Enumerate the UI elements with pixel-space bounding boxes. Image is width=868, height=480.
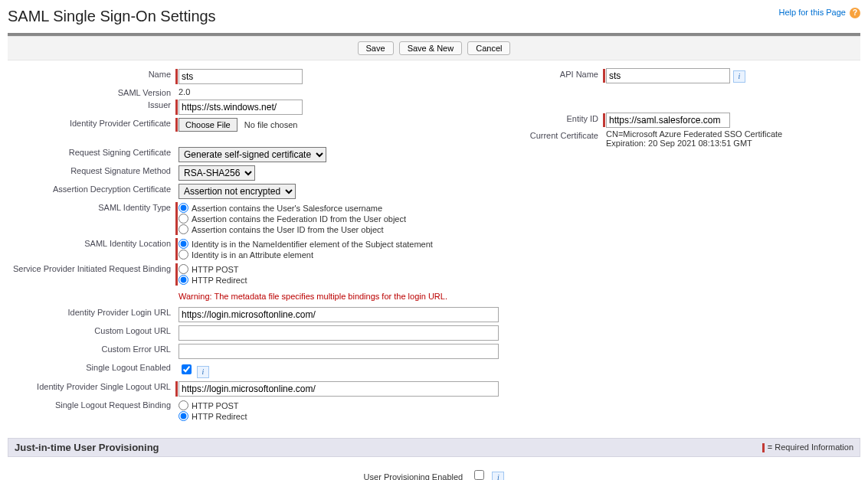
req-sign-cert-select[interactable]: Generate self-signed certificate	[179, 147, 326, 162]
id-loc-nameid-text: Identity is in the NameIdentifier elemen…	[192, 240, 433, 249]
custom-error-url-label: Custom Error URL	[8, 343, 175, 354]
file-chosen-text: No file chosen	[244, 120, 298, 129]
slo-bind-post-text: HTTP POST	[192, 401, 239, 410]
save-new-button[interactable]: Save & New	[399, 41, 463, 55]
custom-logout-url-label: Custom Logout URL	[8, 325, 175, 335]
id-type-fedid-text: Assertion contains the Federation ID fro…	[192, 214, 406, 224]
save-button[interactable]: Save	[358, 41, 394, 55]
info-icon[interactable]: i	[492, 472, 504, 480]
id-type-username-radio[interactable]	[179, 203, 188, 213]
sp-bind-redirect-radio[interactable]	[179, 275, 188, 285]
id-loc-nameid-radio[interactable]	[179, 239, 188, 249]
choose-file-button[interactable]: Choose File	[179, 118, 237, 132]
idp-login-url-label: Identity Provider Login URL	[8, 306, 175, 317]
idp-slo-url-label: Identity Provider Single Logout URL	[8, 380, 175, 391]
jit-enabled-label: User Provisioning Enabled	[364, 472, 463, 480]
jit-section-bar: Just-in-time User Provisioning = Require…	[8, 438, 860, 457]
slo-bind-redirect-text: HTTP Redirect	[192, 412, 247, 421]
name-label: Name	[8, 68, 175, 79]
current-cert-label: Current Certificate	[514, 129, 603, 140]
slo-bind-redirect-radio[interactable]	[179, 411, 188, 421]
info-icon[interactable]: i	[197, 366, 209, 378]
assert-decrypt-label: Assertion Decryption Certificate	[8, 183, 175, 194]
sp-bind-post-text: HTTP POST	[192, 265, 239, 274]
info-icon[interactable]: i	[733, 70, 745, 83]
idp-slo-url-input[interactable]	[179, 381, 499, 397]
entity-id-label: Entity ID	[514, 113, 603, 123]
req-sig-method-select[interactable]: RSA-SHA256	[179, 165, 255, 181]
slo-enabled-checkbox[interactable]	[182, 364, 192, 374]
id-type-userid-radio[interactable]	[179, 224, 188, 234]
help-icon[interactable]: ?	[850, 8, 860, 18]
top-button-bar: Save Save & New Cancel	[8, 36, 860, 60]
req-sig-method-label: Request Signature Method	[8, 165, 175, 175]
saml-id-loc-label: SAML Identity Location	[8, 237, 175, 248]
saml-version-value: 2.0	[179, 87, 190, 96]
slo-binding-label: Single Logout Request Binding	[8, 399, 175, 410]
slo-bind-post-radio[interactable]	[179, 400, 188, 410]
issuer-input[interactable]	[179, 100, 303, 115]
saml-id-type-label: SAML Identity Type	[8, 201, 175, 212]
page-title: SAML Single Sign-On Settings	[8, 8, 216, 25]
slo-enabled-label: Single Logout Enabled	[8, 361, 175, 372]
assert-decrypt-select[interactable]: Assertion not encrypted	[179, 184, 296, 199]
custom-error-url-input[interactable]	[179, 344, 499, 359]
required-info: = Required Information	[762, 442, 853, 452]
req-sign-cert-label: Request Signing Certificate	[8, 146, 175, 157]
current-cert-exp: Expiration: 20 Sep 2021 08:13:51 GMT	[606, 139, 860, 148]
cancel-button[interactable]: Cancel	[467, 41, 510, 55]
jit-title: Just-in-time User Provisioning	[15, 442, 159, 453]
current-cert-cn: CN=Microsoft Azure Federated SSO Certifi…	[606, 129, 860, 139]
id-loc-attr-text: Identity is in an Attribute element	[192, 250, 313, 260]
idp-login-url-input[interactable]	[179, 307, 499, 322]
id-type-userid-text: Assertion contains the User ID from the …	[192, 225, 384, 234]
custom-logout-url-input[interactable]	[179, 325, 499, 341]
sp-bind-redirect-text: HTTP Redirect	[192, 276, 247, 285]
sp-bind-post-radio[interactable]	[179, 264, 188, 274]
binding-warning: Warning: The metadata file specifies mul…	[179, 292, 499, 301]
id-loc-attr-radio[interactable]	[179, 250, 188, 260]
saml-version-label: SAML Version	[8, 87, 175, 97]
entity-id-input[interactable]	[606, 113, 730, 128]
api-name-label: API Name	[514, 68, 603, 79]
help-link[interactable]: Help for this Page	[779, 8, 846, 17]
name-input[interactable]	[179, 69, 303, 84]
issuer-label: Issuer	[8, 99, 175, 109]
jit-enabled-checkbox[interactable]	[474, 470, 484, 480]
id-type-fedid-radio[interactable]	[179, 214, 188, 224]
sp-binding-label: Service Provider Initiated Request Bindi…	[8, 263, 175, 273]
idp-cert-label: Identity Provider Certificate	[8, 117, 175, 128]
id-type-username-text: Assertion contains the User's Salesforce…	[192, 204, 382, 213]
api-name-input[interactable]	[606, 68, 730, 83]
